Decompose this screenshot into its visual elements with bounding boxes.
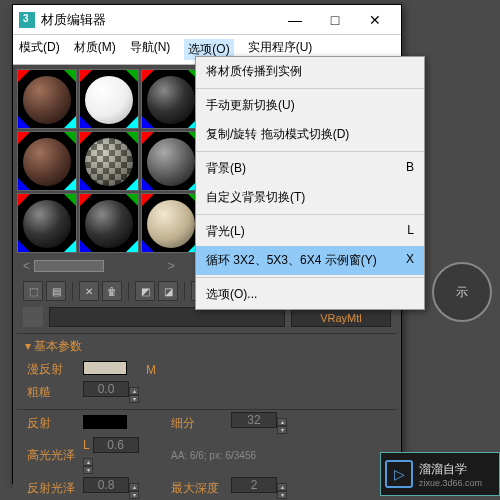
reflect-swatch[interactable] (83, 415, 127, 429)
minimize-button[interactable]: — (275, 6, 315, 34)
maximize-button[interactable]: □ (315, 6, 355, 34)
show2-icon[interactable]: ◪ (158, 281, 178, 301)
menu-item-custom-bg[interactable]: 自定义背景切换(T) (196, 183, 424, 212)
sample-slot[interactable] (141, 69, 201, 129)
reset-icon[interactable]: ✕ (79, 281, 99, 301)
app-icon (19, 12, 35, 28)
close-button[interactable]: ✕ (355, 6, 395, 34)
menu-navigate[interactable]: 导航(N) (130, 39, 171, 60)
basic-params-rollout: ▾ 基本参数 漫反射 M 粗糙 0.0▴▾ (17, 333, 397, 409)
hilite-input[interactable]: 0.6 (93, 437, 139, 453)
refl-gloss-label: 反射光泽 (27, 480, 83, 497)
diffuse-map-button[interactable]: M (143, 363, 159, 377)
menu-item-cycle-samples[interactable]: 循环 3X2、5X3、6X4 示例窗(Y)X (196, 246, 424, 275)
floating-badge-label: 示 (456, 284, 468, 301)
spinner-icon[interactable]: ▴▾ (277, 418, 287, 434)
sample-slot[interactable] (17, 193, 77, 253)
show-icon[interactable]: ◩ (135, 281, 155, 301)
menu-mode[interactable]: 模式(D) (19, 39, 60, 60)
brand-url: zixue.3d66.com (419, 478, 482, 488)
menu-item-backlight[interactable]: 背光(L)L (196, 217, 424, 246)
sample-slot[interactable] (79, 69, 139, 129)
subdivs-input[interactable]: 32 (231, 412, 277, 428)
roughness-label: 粗糙 (27, 384, 83, 401)
sample-slot[interactable] (141, 131, 201, 191)
brand-name: 溜溜自学 (419, 461, 482, 478)
menu-item-options[interactable]: 选项(O)... (196, 280, 424, 309)
menu-material[interactable]: 材质(M) (74, 39, 116, 60)
material-name-input[interactable] (49, 307, 285, 327)
spinner-icon[interactable]: ▴▾ (129, 387, 139, 403)
reflect-rollout: 反射 细分 32▴▾ 高光光泽 L 0.6▴▾ AA: 6/6; px: 6/3… (17, 409, 397, 500)
sample-slot[interactable] (17, 131, 77, 191)
options-menu: 将材质传播到实例 手动更新切换(U) 复制/旋转 拖动模式切换(D) 背景(B)… (195, 56, 425, 310)
menu-item-manual-update[interactable]: 手动更新切换(U) (196, 91, 424, 120)
subdivs-label: 细分 (171, 415, 231, 432)
hilite-label: 高光光泽 (27, 447, 83, 464)
delete-icon[interactable]: 🗑 (102, 281, 122, 301)
sample-slot[interactable] (79, 193, 139, 253)
brand-watermark: ▷ 溜溜自学 zixue.3d66.com (380, 452, 500, 496)
get-material-icon[interactable]: ⬚ (23, 281, 43, 301)
diffuse-label: 漫反射 (27, 361, 83, 378)
sample-slot[interactable] (17, 69, 77, 129)
max-depth-input[interactable]: 2 (231, 477, 277, 493)
spinner-icon[interactable]: ▴▾ (129, 483, 139, 499)
sample-slot[interactable] (79, 131, 139, 191)
floating-badge: 示 (432, 262, 492, 322)
refl-gloss-input[interactable]: 0.8 (83, 477, 129, 493)
scroll-thumb[interactable] (34, 260, 104, 272)
scroll-left-icon[interactable]: < (23, 259, 30, 273)
lock-icon[interactable]: L (83, 438, 89, 452)
reflect-label: 反射 (27, 415, 83, 432)
window-title: 材质编辑器 (41, 11, 275, 29)
sample-slot[interactable] (141, 193, 201, 253)
spinner-icon[interactable]: ▴▾ (83, 458, 93, 474)
diffuse-swatch[interactable] (83, 361, 127, 375)
menu-item-propagate[interactable]: 将材质传播到实例 (196, 57, 424, 86)
material-type-button[interactable]: VRayMtl (291, 307, 391, 327)
eyedropper-icon[interactable] (23, 307, 43, 327)
max-depth-label: 最大深度 (171, 480, 231, 497)
menu-item-copy-rotate[interactable]: 复制/旋转 拖动模式切换(D) (196, 120, 424, 149)
spinner-icon[interactable]: ▴▾ (277, 483, 287, 499)
assign-icon[interactable]: ▤ (46, 281, 66, 301)
roughness-input[interactable]: 0.0 (83, 381, 129, 397)
menu-item-background[interactable]: 背景(B)B (196, 154, 424, 183)
play-icon: ▷ (385, 460, 413, 488)
titlebar[interactable]: 材质编辑器 — □ ✕ (13, 5, 401, 35)
rollout-title[interactable]: ▾ 基本参数 (17, 334, 397, 359)
aa-info: AA: 6/6; px: 6/3456 (171, 450, 301, 461)
scroll-right-icon[interactable]: > (168, 259, 175, 273)
